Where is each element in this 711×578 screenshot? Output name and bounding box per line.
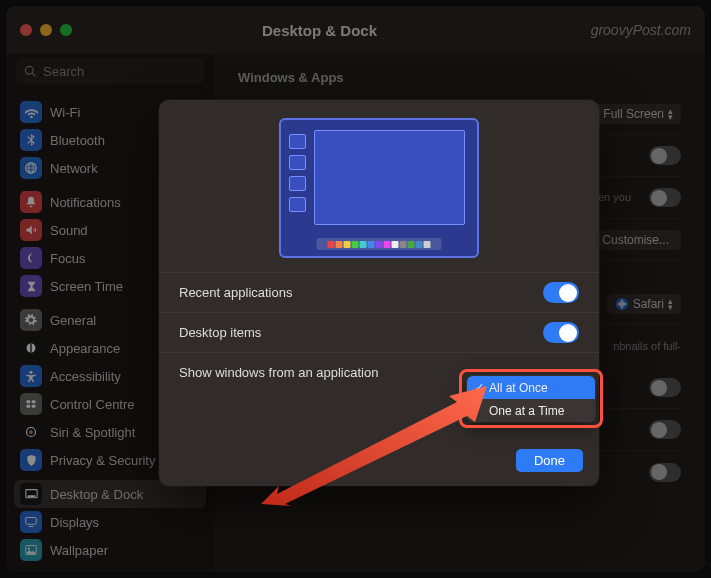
- modal-footer: Done: [159, 439, 599, 472]
- recent-apps-row: Recent applications: [159, 272, 599, 312]
- row-label: Show windows from an application: [179, 365, 378, 380]
- preview-dock: [317, 238, 442, 250]
- row-label: Desktop items: [179, 325, 261, 340]
- preview-window: [314, 130, 465, 225]
- show-windows-dropdown: ✓ All at Once One at a Time: [467, 376, 595, 422]
- check-icon: ✓: [473, 381, 485, 394]
- dropdown-option-one-at-a-time[interactable]: One at a Time: [467, 399, 595, 422]
- desktop-items-toggle[interactable]: [543, 322, 579, 343]
- row-label: Recent applications: [179, 285, 292, 300]
- preview-container: [159, 118, 599, 258]
- desktop-items-row: Desktop items: [159, 312, 599, 352]
- settings-window: Desktop & Dock groovyPost.com Search Wi-…: [6, 6, 705, 572]
- dropdown-option-all-at-once[interactable]: ✓ All at Once: [467, 376, 595, 399]
- recent-apps-toggle[interactable]: [543, 282, 579, 303]
- desktop-preview: [279, 118, 479, 258]
- mission-control-modal: Recent applications Desktop items Show w…: [159, 100, 599, 486]
- done-button[interactable]: Done: [516, 449, 583, 472]
- preview-sidebar: [289, 134, 307, 212]
